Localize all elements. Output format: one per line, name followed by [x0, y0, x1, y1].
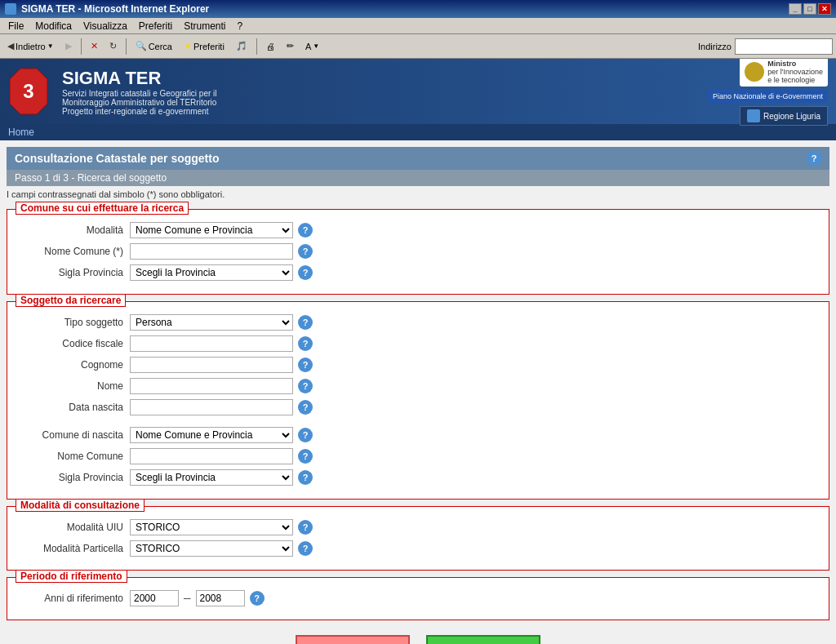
back-dropdown-icon[interactable]: ▼ — [47, 42, 54, 50]
section-comune: Comune su cui effettuare la ricerca Moda… — [7, 209, 829, 295]
ministry-text: Ministro per l'Innovazione e le tecnolog… — [767, 60, 823, 84]
help-modalita-particella[interactable]: ? — [298, 541, 313, 556]
row-nome-comune: Nome Comune (*) ? — [16, 243, 820, 260]
help-codice-fiscale[interactable]: ? — [298, 336, 313, 351]
stop-button[interactable] — [87, 38, 102, 54]
address-input[interactable] — [735, 38, 833, 55]
input-nome[interactable] — [130, 378, 293, 394]
help-nome-comune-nascita[interactable]: ? — [298, 449, 313, 464]
section-periodo-content: Anni di riferimento ─ ? — [16, 590, 820, 606]
select-modalita[interactable]: Nome Comune e Provincia Codice Comune — [130, 222, 293, 238]
row-codice-fiscale: Codice fiscale ? — [16, 335, 820, 352]
form-help-icon[interactable]: ? — [807, 151, 821, 166]
row-nome: Nome ? — [16, 378, 820, 394]
label-tipo-soggetto: Tipo soggetto — [16, 317, 130, 328]
help-modalita[interactable]: ? — [298, 223, 313, 238]
back-icon — [7, 41, 14, 51]
control-modalita-uiu: STORICO ATTUALE — [130, 519, 293, 535]
help-modalita-uiu[interactable]: ? — [298, 520, 313, 535]
search-button[interactable]: Cerca — [131, 38, 176, 54]
control-comune-nascita: Nome Comune e Provincia Codice Comune — [130, 427, 293, 443]
select-comune-nascita[interactable]: Nome Comune e Provincia Codice Comune — [130, 427, 293, 443]
minimize-button[interactable]: _ — [789, 3, 802, 15]
button-bar: << Indietro Avanti >> — [7, 627, 829, 644]
toolbar-separator-2 — [126, 38, 127, 55]
section-soggetto-legend: Soggetto da ricercare — [16, 294, 126, 307]
nav-home[interactable]: Home — [8, 127, 34, 138]
row-comune-nascita: Comune di nascita Nome Comune e Provinci… — [16, 427, 820, 443]
select-sigla-nascita[interactable]: Scegli la Provincia GE SP IM SV — [130, 469, 293, 486]
select-sigla-provincia[interactable]: Scegli la Provincia GE SP IM SV — [130, 264, 293, 281]
piano-label: Piano Nazionale di e-Government — [713, 92, 823, 100]
input-anno-from[interactable] — [130, 590, 179, 606]
control-modalita-particella: STORICO ATTUALE — [130, 540, 293, 557]
font-button[interactable]: A ▼ — [301, 39, 323, 54]
label-nome-comune-nascita: Nome Comune — [16, 451, 130, 462]
help-sigla-nascita[interactable]: ? — [298, 470, 313, 485]
window-controls: _ □ ✕ — [789, 3, 831, 15]
select-modalita-particella[interactable]: STORICO ATTUALE — [130, 540, 293, 557]
label-modalita: Modalità — [16, 224, 130, 236]
input-nome-comune[interactable] — [130, 243, 293, 260]
media-button[interactable]: 🎵 — [232, 38, 251, 54]
help-sigla-provincia[interactable]: ? — [298, 265, 313, 280]
select-modalita-uiu[interactable]: STORICO ATTUALE — [130, 519, 293, 535]
regione-label: Regione Liguria — [763, 112, 820, 121]
section-soggetto-content: Tipo soggetto Persona Ditta ? Codice fis… — [16, 314, 820, 486]
help-data-nascita[interactable]: ? — [298, 400, 313, 415]
media-icon: 🎵 — [236, 41, 247, 51]
label-nome: Nome — [16, 380, 130, 392]
help-cognome[interactable]: ? — [298, 358, 313, 372]
select-tipo-soggetto[interactable]: Persona Ditta — [130, 314, 293, 331]
back-button[interactable]: Indietro ▼ — [3, 38, 58, 54]
input-anno-to[interactable] — [196, 590, 245, 606]
section-modalita-legend: Modalità di consultazione — [16, 499, 145, 512]
browser-content: 3 SIGMA TER Servizi Integrati catastali … — [0, 59, 836, 644]
section-comune-content: Modalità Nome Comune e Provincia Codice … — [16, 222, 820, 281]
next-button[interactable]: Avanti >> — [426, 635, 540, 644]
row-modalita-uiu: Modalità UIU STORICO ATTUALE ? — [16, 519, 820, 535]
toolbar: Indietro ▼ Cerca Preferiti 🎵 🖨 ✏ A ▼ Ind… — [0, 34, 836, 59]
help-tipo-soggetto[interactable]: ? — [298, 315, 313, 330]
menu-help[interactable]: ? — [233, 20, 248, 33]
close-button[interactable]: ✕ — [818, 3, 831, 15]
help-nome[interactable]: ? — [298, 379, 313, 393]
edit-icon: ✏ — [287, 41, 294, 51]
row-cognome: Cognome ? — [16, 357, 820, 373]
help-comune-nascita[interactable]: ? — [298, 428, 313, 442]
forward-button[interactable] — [61, 38, 76, 54]
banner-title: SIGMA TER — [62, 68, 217, 89]
menu-modifica[interactable]: Modifica — [30, 20, 77, 33]
menu-preferiti[interactable]: Preferiti — [134, 20, 177, 33]
nav-bar: Home — [0, 124, 836, 140]
menu-file[interactable]: File — [3, 20, 29, 33]
menu-visualizza[interactable]: Visualizza — [78, 20, 132, 33]
toolbar-separator-1 — [81, 38, 82, 55]
favorites-button[interactable]: Preferiti — [180, 38, 229, 54]
edit-button[interactable]: ✏ — [282, 38, 298, 54]
help-nome-comune[interactable]: ? — [298, 244, 313, 259]
refresh-button[interactable] — [105, 38, 121, 54]
font-dropdown[interactable]: ▼ — [313, 42, 319, 50]
print-button[interactable]: 🖨 — [262, 39, 279, 54]
banner: 3 SIGMA TER Servizi Integrati catastali … — [0, 59, 836, 124]
page-content: Consultazione Catastale per soggetto ? P… — [0, 140, 836, 644]
menu-strumenti[interactable]: Strumenti — [179, 20, 230, 33]
input-codice-fiscale[interactable] — [130, 335, 293, 352]
banner-logo: 3 SIGMA TER Servizi Integrati catastali … — [8, 67, 217, 116]
section-periodo: Periodo di riferimento Anni di riferimen… — [7, 577, 829, 620]
control-codice-fiscale — [130, 335, 293, 352]
row-modalita: Modalità Nome Comune e Provincia Codice … — [16, 222, 820, 238]
ministry-box: Ministro per l'Innovazione e le tecnolog… — [740, 59, 828, 87]
input-cognome[interactable] — [130, 357, 293, 373]
label-sigla-nascita: Sigla Provincia — [16, 472, 130, 483]
ministry-sub2: e le tecnologie — [767, 76, 823, 84]
input-data-nascita[interactable] — [130, 399, 293, 415]
forward-icon — [65, 41, 72, 51]
input-nome-comune-nascita[interactable] — [130, 448, 293, 464]
anni-range: ─ — [130, 590, 245, 606]
back-button[interactable]: << Indietro — [296, 635, 410, 644]
help-anni[interactable]: ? — [250, 591, 265, 606]
control-data-nascita — [130, 399, 293, 415]
maximize-button[interactable]: □ — [803, 3, 816, 15]
